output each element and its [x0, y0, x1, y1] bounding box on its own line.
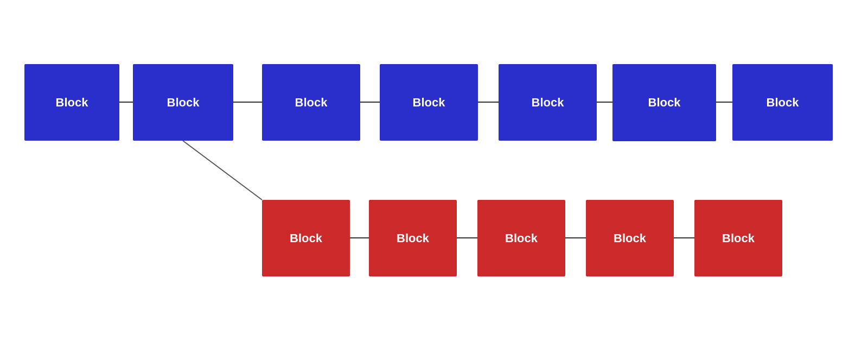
red-block-2: Block [369, 200, 457, 276]
blue-block-4: Block [380, 64, 478, 141]
connections-svg [0, 0, 868, 340]
diagram-container: Block Block Block Block Block Block Bloc… [0, 0, 868, 340]
blue-block-5: Block [499, 64, 597, 141]
blue-block-6: Block [612, 64, 716, 141]
blue-block-2: Block [133, 64, 233, 141]
svg-line-6 [183, 141, 262, 200]
red-block-1: Block [262, 200, 350, 276]
blue-block-1: Block [24, 64, 119, 141]
red-block-3: Block [477, 200, 565, 276]
red-block-5: Block [694, 200, 782, 276]
red-block-4: Block [586, 200, 674, 276]
blue-block-7: Block [732, 64, 833, 141]
blue-block-3: Block [262, 64, 360, 141]
